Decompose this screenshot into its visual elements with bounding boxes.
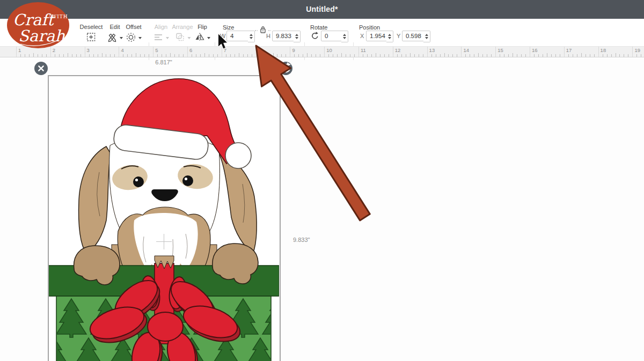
edit-icon (107, 32, 118, 45)
logo-word-with: WITH (52, 14, 68, 19)
ruler-tick (577, 54, 577, 57)
flip-button[interactable]: Flip (194, 24, 210, 45)
ruler-tick (59, 54, 60, 57)
y-field-label: Y (397, 33, 400, 39)
ruler-tick (298, 54, 299, 57)
ruler-tick (543, 54, 543, 57)
ruler-number: 9 (292, 47, 295, 53)
edit-toolbar: Deselect Edit Offset Align A (0, 19, 644, 47)
edit-label: Edit (107, 24, 123, 30)
ruler-tick (555, 54, 556, 57)
ruler-tick (607, 54, 608, 57)
ruler-tick (586, 54, 586, 57)
rotate-stepper[interactable] (341, 31, 348, 42)
app-window: Untitled* Deselect Edit Offset Align (0, 0, 644, 361)
ruler-tick (547, 53, 547, 57)
ruler-number: 11 (361, 47, 366, 53)
ruler-tick (478, 53, 479, 57)
rotate-selection-handle[interactable] (279, 62, 292, 75)
offset-label: Offset (126, 24, 142, 30)
y-stepper[interactable] (423, 31, 430, 42)
ruler-tick (389, 54, 389, 57)
ruler-tick (316, 54, 316, 57)
ruler-tick (68, 53, 68, 57)
ruler-tick (431, 54, 432, 57)
craft-with-sarah-logo: Craft WITH Sarah (4, 1, 72, 53)
align-icon (153, 32, 164, 45)
ruler-tick (174, 54, 175, 57)
dog-gift-image[interactable] (48, 76, 279, 361)
x-stepper[interactable] (386, 31, 393, 42)
align-button[interactable]: Align (153, 24, 169, 45)
ruler-tick (581, 53, 582, 57)
ruler-tick (265, 54, 265, 57)
ruler-tick (277, 54, 277, 57)
ruler-tick (162, 54, 162, 57)
ruler-tick (636, 54, 637, 57)
ruler-tick (89, 54, 90, 57)
width-field-label: W (220, 33, 225, 39)
ruler-inch-line (427, 47, 428, 57)
ruler-tick (504, 54, 504, 57)
offset-button[interactable]: Offset (126, 24, 142, 45)
ruler-tick (252, 54, 252, 57)
ruler-tick (235, 54, 235, 57)
ruler-tick (230, 54, 231, 57)
ruler-tick (397, 54, 398, 57)
ruler-tick (102, 53, 103, 57)
ruler-tick (538, 54, 539, 57)
ruler-number: 4 (121, 47, 123, 53)
ruler-tick (269, 54, 269, 57)
deselect-button[interactable]: Deselect (80, 24, 103, 42)
y-input[interactable] (402, 31, 425, 41)
document-title: Untitled* (0, 0, 644, 19)
ruler-tick (140, 54, 141, 57)
ruler-tick (294, 54, 295, 57)
ruler-tick (179, 54, 179, 57)
ruler-tick (303, 54, 303, 57)
ruler-tick (363, 54, 363, 57)
ruler-tick (166, 54, 166, 57)
ruler-tick (457, 54, 457, 57)
ruler-tick (247, 54, 248, 57)
width-input[interactable] (226, 31, 249, 41)
ruler-tick (350, 54, 350, 57)
ruler-tick (611, 54, 612, 57)
height-field-label: H (266, 33, 270, 39)
ruler-tick (149, 54, 149, 57)
x-field-label: X (360, 33, 364, 39)
ruler-tick (508, 54, 509, 57)
ruler-tick (38, 54, 38, 57)
rotate-icon[interactable] (310, 31, 319, 42)
ruler-tick (551, 54, 552, 57)
ruler-number: 15 (497, 47, 503, 53)
flip-caret-icon (207, 37, 210, 39)
ruler-tick (376, 53, 376, 57)
ruler-tick (354, 54, 355, 57)
arrange-button[interactable]: Arrange (172, 24, 193, 45)
ruler-tick (33, 53, 34, 57)
ruler-tick (380, 54, 380, 57)
x-input[interactable] (366, 31, 387, 41)
ruler-tick (517, 54, 517, 57)
ruler-inch-line (290, 47, 290, 57)
close-icon (34, 62, 48, 75)
edit-button[interactable]: Edit (107, 24, 123, 45)
ruler-number: 14 (463, 47, 469, 53)
height-input[interactable] (272, 31, 295, 41)
deselect-icon (80, 32, 103, 42)
rotate-input[interactable] (321, 31, 342, 41)
ruler-inch-line (461, 47, 462, 57)
selection-width-label: 6.817" (48, 59, 279, 65)
height-stepper[interactable] (294, 31, 301, 42)
selection-height-label: 9.833" (293, 237, 310, 243)
delete-selection-button[interactable] (34, 62, 48, 75)
ruler-tick (307, 53, 308, 57)
ruler-tick (157, 54, 158, 57)
ruler-inch-line (324, 47, 325, 57)
ruler-tick (63, 54, 64, 57)
ruler-tick (521, 54, 522, 57)
ruler-tick (110, 54, 111, 57)
ruler-inch-line (256, 47, 257, 57)
ruler-tick (217, 54, 218, 57)
